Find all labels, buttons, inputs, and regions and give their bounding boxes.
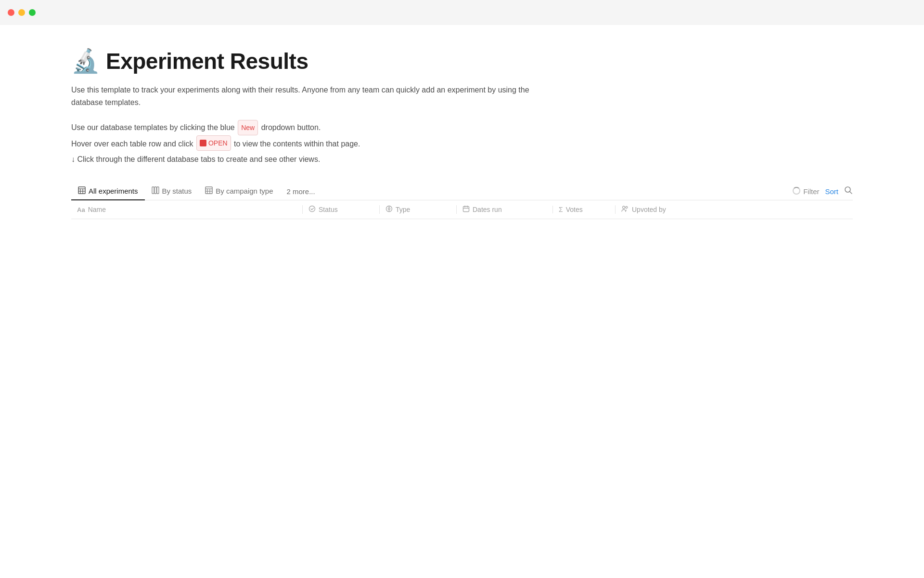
filter-spinner [793, 187, 800, 196]
sort-button[interactable]: Sort [825, 187, 838, 196]
tab-by-campaign-type-label: By campaign type [216, 187, 273, 195]
calendar-icon [462, 205, 470, 214]
column-name-label: Name [88, 206, 106, 213]
column-type-label: Type [396, 206, 410, 213]
maximize-button[interactable] [29, 9, 36, 16]
table2-icon [205, 186, 213, 196]
page-title: Experiment Results [106, 48, 308, 74]
instruction2-suffix: to view the contents within that page. [234, 140, 360, 148]
svg-rect-6 [154, 187, 156, 194]
instruction1-suffix: dropdown button. [261, 123, 321, 131]
column-type[interactable]: Type [379, 205, 456, 214]
main-content: 🔬 Experiment Results Use this template t… [0, 25, 924, 219]
table-container: Aa Name Status [71, 200, 853, 219]
instruction-line-1: Use our database templates by clicking t… [71, 120, 853, 135]
table-header: Aa Name Status [71, 200, 853, 219]
new-badge: New [238, 120, 258, 135]
instruction2-prefix: Hover over each table row and click [71, 140, 195, 148]
svg-point-17 [388, 208, 390, 210]
tab-all-experiments-label: All experiments [89, 187, 138, 195]
sort-label: Sort [825, 187, 838, 196]
tab-by-status[interactable]: By status [145, 183, 199, 200]
column-dates[interactable]: Dates run [456, 205, 552, 214]
instruction-line-2: Hover over each table row and click OPEN… [71, 135, 853, 152]
sum-icon: Σ [559, 206, 563, 213]
tabs-list: All experiments By status [71, 183, 793, 200]
page-emoji: 🔬 [71, 50, 100, 73]
svg-rect-7 [157, 187, 159, 194]
filter-label: Filter [803, 187, 819, 196]
filter-button[interactable]: Filter [793, 187, 819, 196]
search-button[interactable] [844, 186, 853, 197]
column-status-label: Status [319, 206, 338, 213]
instruction1-prefix: Use our database templates by clicking t… [71, 123, 237, 131]
svg-rect-0 [78, 187, 85, 194]
open-badge-icon [200, 140, 206, 146]
open-badge-text: OPEN [208, 136, 228, 150]
svg-rect-8 [205, 187, 212, 194]
svg-rect-20 [463, 207, 469, 212]
column-name[interactable]: Aa Name [71, 206, 302, 213]
close-button[interactable] [8, 9, 14, 16]
page-header: 🔬 Experiment Results [71, 48, 853, 74]
instruction-line-3: ↓ Click through the different database t… [71, 152, 853, 167]
column-dates-label: Dates run [473, 206, 502, 213]
tab-all-experiments[interactable]: All experiments [71, 183, 145, 200]
minimize-button[interactable] [18, 9, 25, 16]
tab-more[interactable]: 2 more... [280, 184, 321, 199]
type-icon [385, 205, 393, 214]
svg-point-15 [309, 206, 315, 212]
page-description: Use this template to track your experime… [71, 84, 552, 108]
column-upvoted[interactable]: Upvoted by [615, 205, 853, 214]
titlebar [0, 0, 924, 25]
column-votes[interactable]: Σ Votes [552, 206, 615, 213]
tab-actions: Filter Sort [793, 186, 853, 197]
svg-rect-5 [152, 187, 154, 194]
open-badge: OPEN [196, 135, 231, 151]
table-icon [78, 186, 86, 196]
status-icon [308, 205, 316, 214]
svg-line-14 [850, 192, 852, 194]
tab-by-campaign-type[interactable]: By campaign type [198, 183, 280, 200]
text-icon: Aa [77, 206, 85, 213]
svg-point-24 [623, 206, 625, 209]
tab-by-status-label: By status [162, 187, 192, 195]
people-icon [621, 205, 629, 214]
tabs-container: All experiments By status [71, 183, 853, 200]
columns-icon [152, 186, 159, 196]
column-votes-label: Votes [566, 206, 583, 213]
column-status[interactable]: Status [302, 205, 379, 214]
svg-point-25 [626, 207, 628, 209]
instructions: Use our database templates by clicking t… [71, 120, 853, 167]
column-upvoted-label: Upvoted by [632, 206, 666, 213]
